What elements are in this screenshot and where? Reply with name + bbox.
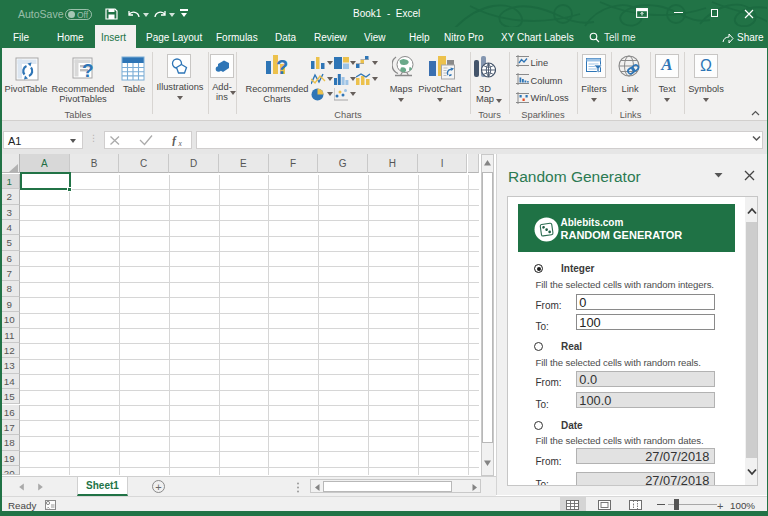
- svg-text:?: ?: [276, 56, 288, 77]
- svg-text:x: x: [178, 139, 183, 147]
- svg-text:f: f: [172, 135, 177, 146]
- svg-text:?: ?: [82, 60, 94, 81]
